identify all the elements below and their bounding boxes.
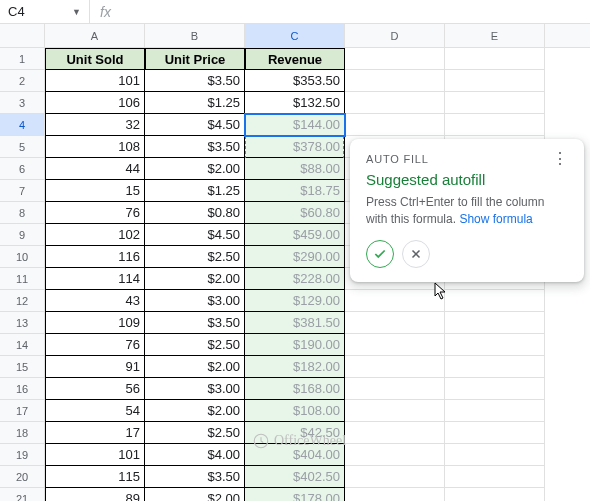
row-header[interactable]: 21	[0, 488, 45, 501]
table-header-cell[interactable]: Unit Price	[145, 48, 245, 70]
cell-unit-sold[interactable]: 115	[45, 466, 145, 488]
cell-revenue[interactable]: $129.00	[245, 290, 345, 312]
cell-empty[interactable]	[445, 92, 545, 114]
cell-unit-sold[interactable]: 56	[45, 378, 145, 400]
cell-unit-price[interactable]: $2.00	[145, 268, 245, 290]
cell-unit-price[interactable]: $1.25	[145, 92, 245, 114]
table-header-cell[interactable]: Unit Sold	[45, 48, 145, 70]
cell-unit-price[interactable]: $3.50	[145, 136, 245, 158]
cell-empty[interactable]	[445, 48, 545, 70]
cell-revenue[interactable]: $108.00	[245, 400, 345, 422]
cell-revenue[interactable]: $144.00	[245, 114, 345, 136]
cell-unit-sold[interactable]: 54	[45, 400, 145, 422]
cell-empty[interactable]	[445, 422, 545, 444]
col-header-c[interactable]: C	[245, 24, 345, 47]
cell-unit-price[interactable]: $2.00	[145, 158, 245, 180]
row-header[interactable]: 3	[0, 92, 45, 114]
cell-empty[interactable]	[345, 92, 445, 114]
accept-button[interactable]	[366, 240, 394, 268]
cell-unit-price[interactable]: $2.00	[145, 488, 245, 501]
cell-unit-sold[interactable]: 108	[45, 136, 145, 158]
cell-unit-price[interactable]: $2.50	[145, 422, 245, 444]
cell-revenue[interactable]: $459.00	[245, 224, 345, 246]
cell-revenue[interactable]: $168.00	[245, 378, 345, 400]
cell-empty[interactable]	[445, 114, 545, 136]
cell-unit-sold[interactable]: 89	[45, 488, 145, 501]
cell-unit-price[interactable]: $3.50	[145, 312, 245, 334]
cell-revenue[interactable]: $42.50	[245, 422, 345, 444]
reject-button[interactable]	[402, 240, 430, 268]
row-header[interactable]: 7	[0, 180, 45, 202]
cell-revenue[interactable]: $404.00	[245, 444, 345, 466]
cell-empty[interactable]	[345, 290, 445, 312]
cell-unit-price[interactable]: $4.00	[145, 444, 245, 466]
cell-unit-sold[interactable]: 76	[45, 202, 145, 224]
col-header-a[interactable]: A	[45, 24, 145, 47]
row-header[interactable]: 12	[0, 290, 45, 312]
cell-revenue[interactable]: $190.00	[245, 334, 345, 356]
cell-unit-sold[interactable]: 44	[45, 158, 145, 180]
cell-empty[interactable]	[445, 356, 545, 378]
cell-unit-price[interactable]: $4.50	[145, 224, 245, 246]
select-all-corner[interactable]	[0, 24, 45, 47]
cell-unit-price[interactable]: $3.00	[145, 378, 245, 400]
cell-empty[interactable]	[445, 488, 545, 501]
row-header[interactable]: 9	[0, 224, 45, 246]
cell-revenue[interactable]: $60.80	[245, 202, 345, 224]
row-header[interactable]: 20	[0, 466, 45, 488]
row-header[interactable]: 18	[0, 422, 45, 444]
cell-unit-sold[interactable]: 76	[45, 334, 145, 356]
cell-empty[interactable]	[445, 378, 545, 400]
chevron-down-icon[interactable]: ▼	[72, 7, 81, 17]
cell-empty[interactable]	[445, 334, 545, 356]
row-header[interactable]: 15	[0, 356, 45, 378]
row-header[interactable]: 5	[0, 136, 45, 158]
cell-revenue[interactable]: $290.00	[245, 246, 345, 268]
show-formula-link[interactable]: Show formula	[459, 212, 532, 226]
cell-unit-sold[interactable]: 17	[45, 422, 145, 444]
cell-empty[interactable]	[445, 70, 545, 92]
row-header[interactable]: 14	[0, 334, 45, 356]
cell-unit-price[interactable]: $1.25	[145, 180, 245, 202]
row-header[interactable]: 11	[0, 268, 45, 290]
cell-empty[interactable]	[345, 70, 445, 92]
cell-unit-price[interactable]: $3.50	[145, 466, 245, 488]
cell-empty[interactable]	[345, 400, 445, 422]
cell-empty[interactable]	[345, 444, 445, 466]
cell-empty[interactable]	[345, 466, 445, 488]
cell-revenue[interactable]: $402.50	[245, 466, 345, 488]
cell-unit-sold[interactable]: 114	[45, 268, 145, 290]
cell-unit-price[interactable]: $0.80	[145, 202, 245, 224]
col-header-b[interactable]: B	[145, 24, 245, 47]
cell-empty[interactable]	[445, 290, 545, 312]
cell-empty[interactable]	[345, 334, 445, 356]
row-header[interactable]: 1	[0, 48, 45, 70]
cell-unit-sold[interactable]: 106	[45, 92, 145, 114]
cell-unit-sold[interactable]: 101	[45, 444, 145, 466]
row-header[interactable]: 8	[0, 202, 45, 224]
row-header[interactable]: 10	[0, 246, 45, 268]
cell-revenue[interactable]: $182.00	[245, 356, 345, 378]
name-box[interactable]: C4 ▼	[0, 0, 90, 23]
cell-unit-price[interactable]: $2.50	[145, 246, 245, 268]
cell-unit-price[interactable]: $2.50	[145, 334, 245, 356]
cell-empty[interactable]	[345, 48, 445, 70]
cell-empty[interactable]	[345, 488, 445, 501]
cell-unit-sold[interactable]: 32	[45, 114, 145, 136]
cell-empty[interactable]	[345, 312, 445, 334]
cell-revenue[interactable]: $378.00	[245, 136, 345, 158]
table-header-cell[interactable]: Revenue	[245, 48, 345, 70]
cell-unit-sold[interactable]: 116	[45, 246, 145, 268]
cell-revenue[interactable]: $88.00	[245, 158, 345, 180]
cell-unit-price[interactable]: $3.50	[145, 70, 245, 92]
cell-empty[interactable]	[345, 114, 445, 136]
cell-empty[interactable]	[445, 312, 545, 334]
cell-empty[interactable]	[445, 466, 545, 488]
cell-unit-sold[interactable]: 15	[45, 180, 145, 202]
cell-revenue[interactable]: $178.00	[245, 488, 345, 501]
cell-empty[interactable]	[445, 444, 545, 466]
more-icon[interactable]: ⋮	[552, 153, 568, 165]
cell-revenue[interactable]: $18.75	[245, 180, 345, 202]
row-header[interactable]: 19	[0, 444, 45, 466]
cell-unit-price[interactable]: $2.00	[145, 400, 245, 422]
